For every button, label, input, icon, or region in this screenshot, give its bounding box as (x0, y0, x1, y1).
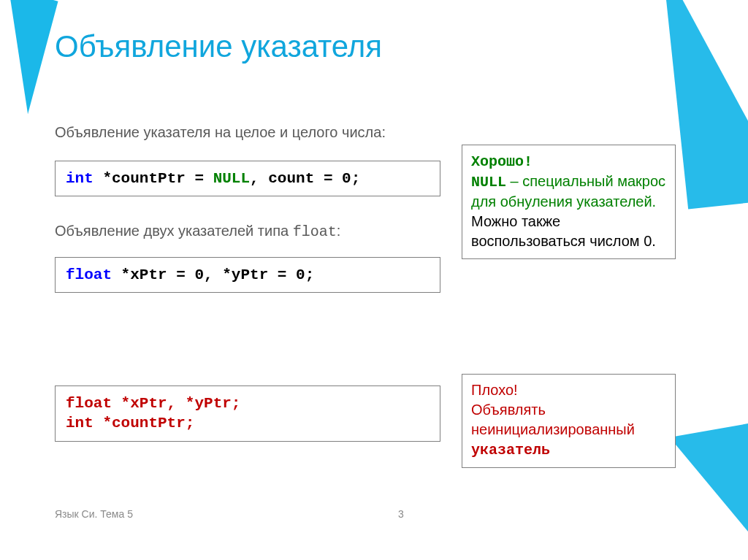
intro-text-1: Объявление указателя на целое и целого ч… (55, 124, 386, 141)
slide-title: Объявление указателя (55, 29, 382, 64)
intro-text-2: Объявление двух указателей типа float: (55, 223, 340, 240)
code2-rest: *xPtr = 0, *yPtr = 0; (112, 266, 314, 283)
note-bad-l1: Объявлять неинициализированный (471, 402, 635, 437)
note-bad-title: Плохо! (471, 382, 518, 398)
note-bad: Плохо! Объявлять неинициализированный ук… (462, 374, 676, 468)
slide: Объявление указателя Объявление указател… (0, 0, 748, 560)
code-box-1: int *countPtr = NULL, count = 0; (55, 161, 440, 196)
code3-line2: int *countPtr; (66, 415, 194, 431)
note-bad-mono: указатель (471, 442, 550, 459)
note-good-title: Хорошо! (471, 153, 533, 170)
page-number: 3 (398, 508, 404, 520)
code1-keyword: int (66, 170, 94, 187)
intro2-prefix: Объявление двух указателей типа (55, 223, 293, 239)
code2-keyword: float (66, 266, 112, 283)
code-box-3: float *xPtr, *yPtr; int *countPtr; (55, 386, 440, 442)
note-good: Хорошо! NULL – специальный макрос для об… (462, 145, 676, 259)
code1-null: NULL (213, 170, 250, 187)
intro2-mono: float (293, 223, 337, 240)
decor-triangle-top-left (0, 0, 58, 114)
footer-text: Язык Си. Тема 5 (55, 508, 133, 520)
code3-line1: float *xPtr, *yPtr; (66, 395, 240, 412)
note-good-null: NULL (471, 174, 506, 191)
decor-triangle-bottom-right (670, 422, 748, 560)
note-good-l2: Можно также воспользоваться числом 0. (471, 213, 656, 249)
code1-mid1: *countPtr = (94, 170, 213, 187)
intro2-suffix: : (337, 223, 341, 239)
code1-mid2: , count = 0; (250, 170, 360, 187)
code-box-2: float *xPtr = 0, *yPtr = 0; (55, 257, 440, 293)
